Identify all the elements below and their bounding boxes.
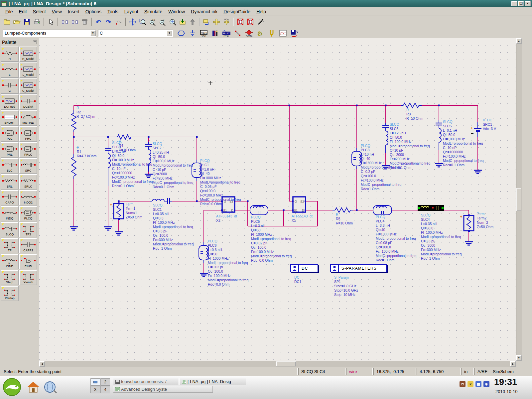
schematic-canvas[interactable]: +−GS2S1DGS2S1D+−+−RR2R=27 kOhmRR1R=4.7 k… [39, 38, 516, 361]
scroll-right-icon[interactable]: ▶ [510, 361, 516, 367]
open-button[interactable] [12, 17, 22, 27]
plug-icon[interactable]: ⎈ [483, 381, 489, 387]
delete-button[interactable] [80, 17, 90, 27]
component-select[interactable]: C ▼ [98, 30, 173, 37]
palette-item-xferp[interactable]: Xferp [1, 270, 19, 285]
sim-block-sp1[interactable]: S-PARAMETERS [330, 264, 387, 272]
palette-item-c[interactable]: C [1, 78, 19, 94]
workspace-2[interactable]: 2 [100, 378, 110, 386]
palette-item-r[interactable]: R [1, 47, 19, 62]
insert-pin-hex-button[interactable] [176, 28, 186, 38]
palette-detach-icon[interactable] [33, 41, 37, 44]
component-label-slc5[interactable]: SLCQSLC5L=0.1 nHQl=50.0Fl=100.0 MHzModL=… [443, 120, 483, 167]
rotate-button[interactable] [221, 17, 231, 27]
task-button-3[interactable]: Advanced Design Syste [113, 386, 213, 393]
component-label-slc2[interactable]: SLCQSLC2L=0.25 nHQl=50.0Fl=100.0 MHzModL… [153, 142, 193, 189]
opensuse-menu-icon[interactable] [3, 378, 21, 396]
component-label-slc6[interactable]: SLCQSLC6L=0.25 nHQl=50.0Fl=100.0 MHzModL… [390, 122, 430, 170]
menu-file[interactable]: File [3, 8, 16, 15]
menu-insert[interactable]: Insert [65, 8, 82, 15]
component-label-r5[interactable]: RR5R=10 Ohm [336, 212, 353, 225]
clipboard-icon[interactable]: k [467, 381, 473, 387]
component-label-r1[interactable]: RR1R=4.7 kOhm [77, 145, 96, 158]
scroll-up-icon[interactable]: ▲ [516, 38, 522, 44]
push-into-button[interactable] [178, 17, 188, 27]
palette-item-capq[interactable]: CAPQ [1, 190, 19, 205]
insert-pin-button[interactable] [60, 17, 70, 27]
sim-block-dc1[interactable]: DC [290, 264, 318, 272]
component-label-r3[interactable]: RR3R=10 Ohm [406, 108, 423, 121]
trace-button[interactable] [114, 17, 124, 27]
move-button[interactable] [128, 17, 138, 27]
menu-layout[interactable]: Layout [122, 8, 141, 15]
menu-simulate[interactable]: Simulate [142, 8, 165, 15]
undo-button[interactable]: ↶ [94, 17, 104, 27]
scroll-down-icon[interactable]: ▼ [516, 355, 522, 361]
data-display-button[interactable] [278, 28, 288, 38]
palette-item-tf3[interactable]: TF3 [19, 222, 37, 237]
horizontal-scroll-thumb[interactable] [276, 361, 296, 366]
palette-item-indq2[interactable]: InDQ2 [19, 190, 37, 205]
new-button[interactable] [2, 17, 12, 27]
palette-item-prl[interactable]: PRL [1, 142, 19, 158]
component-label-sp1[interactable]: S_ParamSP1Start=1.0 GHzStop=10.0 GHzStep… [334, 275, 358, 297]
palette-item-l_model[interactable]: L_Model [19, 63, 37, 78]
component-label-plc4[interactable]: PLCQPLC4L=3.3 nHQl=40Fl=1000 MHzModL=pro… [376, 215, 416, 262]
palette-item-prc[interactable]: PRC [19, 126, 37, 142]
palette-select[interactable]: Lumped-Components ▼ [3, 30, 96, 37]
menu-designguide[interactable]: DesignGuide [221, 8, 253, 15]
pop-out-button[interactable] [188, 17, 198, 27]
zoom-area-button[interactable] [138, 17, 148, 27]
insert-line-button[interactable] [233, 28, 243, 38]
palette-item-plc[interactable]: PLC [1, 126, 19, 142]
component-label-slc1[interactable]: SLCQSLC1L=0.35 nHQl=3.3Fl=100.0 MHzModL=… [153, 203, 194, 251]
palette-item-srl[interactable]: SRL [1, 174, 19, 190]
home-icon[interactable] [26, 380, 41, 394]
chevron-down-icon[interactable]: ▼ [167, 30, 172, 36]
component-label-src1[interactable]: V_DCSRC1Vdc=3 V [483, 118, 496, 131]
chevron-down-icon[interactable]: ▼ [90, 30, 96, 36]
insert-pin-double-button[interactable] [70, 17, 80, 27]
palette-item-mutind[interactable]: MUTIND [19, 110, 37, 126]
close-button[interactable]: × [525, 1, 531, 6]
tune-button[interactable] [267, 28, 277, 38]
task-button-1[interactable]: teawchoo on nemesis: / [113, 378, 178, 385]
scroll-left-icon[interactable]: ◀ [39, 361, 45, 367]
schematic-wires[interactable]: +−GS2S1DGS2S1D+−+− [39, 38, 516, 361]
palette-item-capp2[interactable]: CAPP2 [19, 238, 37, 253]
name-node-button[interactable]: NAME [244, 28, 254, 38]
component-label-term2[interactable]: TermTerm2Num=2Z=50 Ohm [477, 212, 493, 229]
zoom-out-button[interactable]: -2 [158, 17, 168, 27]
palette-item-src[interactable]: SRC [19, 158, 37, 174]
palette-item-plcq[interactable]: PLCQ [19, 206, 37, 221]
print-button[interactable] [32, 17, 42, 27]
menu-view[interactable]: View [49, 8, 65, 15]
menu-help[interactable]: Help [254, 8, 269, 15]
var-button[interactable]: 0110VAR [199, 28, 209, 38]
workspace-3[interactable]: 3 [90, 386, 100, 393]
deactivate-component-button[interactable] [245, 17, 255, 27]
palette-item-c_model[interactable]: C_Model [19, 78, 37, 94]
redo-button[interactable]: ↷ [104, 17, 114, 27]
component-label-r2[interactable]: RR2R=27 kOhm [76, 106, 95, 119]
component-label-term1[interactable]: TermTerm1Num=1Z=50 Ohm [126, 202, 142, 219]
component-label-plc5[interactable]: PLCQPLC5L=0.3 nHQl=50Fl=1000 MHzModL=pro… [251, 215, 292, 263]
palette-item-r_model[interactable]: R_Model [19, 47, 37, 62]
menu-dynamiclink[interactable]: DynamicLink [188, 8, 220, 15]
palette-item-tf[interactable]: TF [1, 238, 19, 253]
palette-item-xfertap[interactable]: Xfertap [1, 286, 19, 301]
component-label-plc1[interactable]: PLCQPLC1L=1.8 nHQl=40Fl=1000 MHzModL=pro… [200, 159, 241, 206]
palette-item-rind[interactable]: RIND [19, 254, 37, 269]
activate-button[interactable] [255, 17, 265, 27]
menu-window[interactable]: Window [166, 8, 188, 15]
palette-item-cind[interactable]: 1CIND [1, 254, 19, 269]
palette-item-srlc[interactable]: SRLC [19, 174, 37, 190]
component-label-r4[interactable]: RR4R=10 Ohm [119, 139, 136, 152]
palette-item-slc[interactable]: SLC [1, 158, 19, 174]
component-label-plc6[interactable]: PLCQPLC6L=0.3 nHQl=50Fl=1000 MHzModL=pro… [208, 239, 248, 287]
zoom-select-button[interactable] [168, 17, 178, 27]
title-bar[interactable]: [ LNA_prj ] LNA_Design * (Schematic):6 _… [0, 0, 532, 7]
component-label-x1[interactable]: ATF55143_dtX1 [292, 214, 313, 223]
workspace-4[interactable]: 4 [100, 386, 110, 393]
palette-item-dcfeed[interactable]: DCFeed [1, 94, 19, 110]
